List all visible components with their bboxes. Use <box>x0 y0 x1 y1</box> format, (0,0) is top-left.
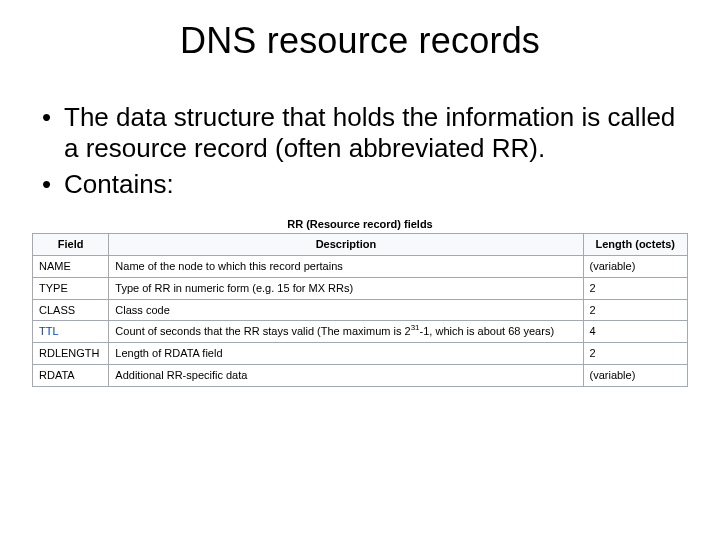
cell-description: Name of the node to which this record pe… <box>109 255 583 277</box>
cell-field: CLASS <box>33 299 109 321</box>
rr-fields-table: Field Description Length (octets) NAMENa… <box>32 233 688 387</box>
table-body: NAMEName of the node to which this recor… <box>33 255 688 386</box>
cell-length: 2 <box>583 277 688 299</box>
header-description: Description <box>109 234 583 256</box>
slide-title: DNS resource records <box>30 20 690 62</box>
header-field: Field <box>33 234 109 256</box>
table-row: TYPEType of RR in numeric form (e.g. 15 … <box>33 277 688 299</box>
cell-field: RDLENGTH <box>33 343 109 365</box>
cell-field: TTL <box>33 321 109 343</box>
slide: DNS resource records The data structure … <box>0 0 720 540</box>
table-header-row: Field Description Length (octets) <box>33 234 688 256</box>
cell-description: Additional RR-specific data <box>109 365 583 387</box>
cell-length: (variable) <box>583 255 688 277</box>
table-row: NAMEName of the node to which this recor… <box>33 255 688 277</box>
cell-description: Count of seconds that the RR stays valid… <box>109 321 583 343</box>
table-caption: RR (Resource record) fields <box>32 218 688 230</box>
rr-table-container: RR (Resource record) fields Field Descri… <box>32 218 688 387</box>
cell-description: Length of RDATA field <box>109 343 583 365</box>
cell-field: NAME <box>33 255 109 277</box>
bullet-list: The data structure that holds the inform… <box>30 102 690 200</box>
cell-length: (variable) <box>583 365 688 387</box>
cell-field: RDATA <box>33 365 109 387</box>
header-length: Length (octets) <box>583 234 688 256</box>
cell-description: Class code <box>109 299 583 321</box>
table-row: RDLENGTHLength of RDATA field2 <box>33 343 688 365</box>
cell-length: 2 <box>583 343 688 365</box>
cell-length: 4 <box>583 321 688 343</box>
bullet-item: The data structure that holds the inform… <box>40 102 684 163</box>
table-row: TTLCount of seconds that the RR stays va… <box>33 321 688 343</box>
table-row: RDATAAdditional RR-specific data(variabl… <box>33 365 688 387</box>
field-link[interactable]: TTL <box>39 325 59 337</box>
bullet-item: Contains: <box>40 169 684 200</box>
cell-field: TYPE <box>33 277 109 299</box>
cell-description: Type of RR in numeric form (e.g. 15 for … <box>109 277 583 299</box>
cell-length: 2 <box>583 299 688 321</box>
table-row: CLASSClass code2 <box>33 299 688 321</box>
